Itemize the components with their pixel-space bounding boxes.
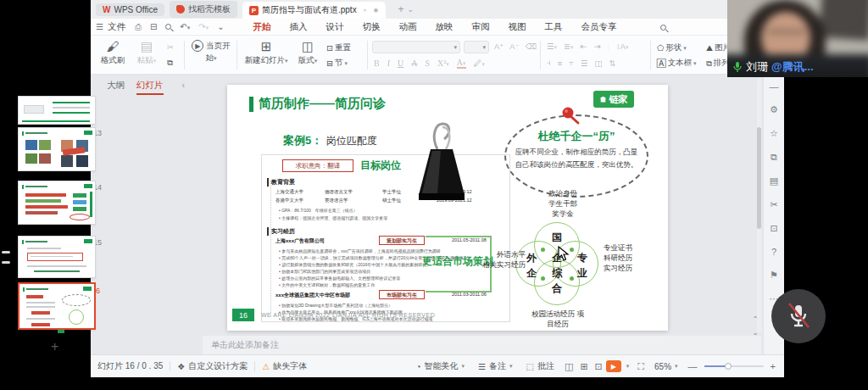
notes-pane[interactable]: 单击此处添加备注 [203, 336, 761, 354]
textbox-button[interactable]: 🄰文本框▾ [657, 58, 696, 69]
comments-button[interactable]: ⬚ 批注 [520, 360, 561, 372]
zoom-slider[interactable] [704, 365, 764, 367]
font-name-select[interactable]: ▾ [372, 41, 460, 53]
italic-button[interactable]: I [387, 58, 390, 68]
play-from-current-button[interactable]: ▶ 当页开始▾ [189, 38, 233, 64]
slide-sorter-icon[interactable]: ⊞ [580, 361, 587, 372]
reset-button[interactable]: ⊡重置 [326, 42, 351, 53]
ribbon-tab-tools[interactable]: 工具 [536, 19, 572, 36]
slideshow-play-button[interactable]: ▶ [606, 360, 621, 372]
smart-beautify-button[interactable]: ◔ 智能美化▾ [409, 360, 471, 372]
align-left-icon[interactable]: ⫞ [547, 58, 551, 68]
collapse-strip-icon[interactable]: — [770, 81, 779, 92]
collapse-panel-icon[interactable]: ‹ [182, 80, 186, 95]
tab-docer-template[interactable]: 找稻壳模板 [170, 1, 237, 18]
fit-slide-icon[interactable]: ⛶ [637, 361, 644, 372]
previous-slide-button[interactable]: ⌃ [749, 315, 761, 326]
zoom-in-button[interactable]: + [771, 361, 776, 371]
decrease-font-icon[interactable]: A⁻ [509, 42, 519, 51]
file-menu[interactable]: 文件 [108, 21, 125, 33]
tab-document[interactable]: P 简历指导与面试有道.pptx ▫ ∗ [242, 2, 386, 19]
slides-tab[interactable]: 幻灯片 [136, 80, 164, 95]
highlight-button[interactable]: 🖉▾ [474, 58, 486, 68]
settings-sliders-icon[interactable]: ⚙ [770, 104, 778, 115]
play-options-chevron-icon[interactable]: ▾ [626, 363, 630, 370]
bold-button[interactable]: B [374, 58, 380, 68]
normal-view-icon[interactable]: ◫ [565, 361, 573, 372]
ribbon-tab-member[interactable]: 会员专享 [572, 19, 626, 36]
font-size-select[interactable]: ▾ [464, 41, 489, 53]
help-icon[interactable]: ? [771, 247, 776, 257]
feedback-flag-icon[interactable]: ⚑ [770, 270, 778, 281]
slide-thumbnail-15[interactable] [18, 236, 96, 278]
favorites-star-icon[interactable]: ☆ [770, 128, 778, 139]
add-slide-button[interactable]: + [51, 339, 58, 354]
ribbon-tab-review[interactable]: 审阅 [463, 19, 499, 36]
format-painter-button[interactable]: 🖌 格式刷 [96, 38, 130, 66]
justify-icon[interactable]: ☰ [581, 58, 588, 68]
copy-button[interactable]: ⧉ [167, 58, 173, 68]
reading-view-icon[interactable]: ⊡ [595, 361, 603, 372]
outline-tab[interactable]: 大纲 [107, 80, 125, 95]
ribbon-tab-view[interactable]: 视图 [499, 19, 536, 36]
increase-font-icon[interactable]: A⁺ [494, 42, 504, 51]
notes-button[interactable]: ☰ 备注▾ [471, 360, 519, 372]
save-icon[interactable]: ⎙ [135, 22, 142, 32]
section-button[interactable]: ⊟节▾ [326, 58, 348, 69]
hamburger-icon[interactable]: ☰ [96, 22, 103, 31]
strikethrough-button[interactable]: A [411, 58, 417, 68]
columns-icon[interactable]: ◫ [595, 58, 603, 68]
zoom-slider-handle[interactable] [725, 363, 732, 370]
new-slide-button[interactable]: ⊞ 新建幻灯片▾ [242, 38, 291, 66]
undo-icon[interactable]: ↶▾ [180, 22, 190, 31]
image-edit-icon[interactable]: ▤ [770, 176, 778, 187]
print-icon[interactable]: ⊟ [150, 22, 157, 31]
wps-home-button[interactable]: W WPS Office [96, 3, 164, 16]
numbered-list-icon[interactable]: ≣▾ [564, 42, 573, 51]
cut-button[interactable]: ✂ [167, 42, 174, 52]
align-center-icon[interactable]: ≡ [558, 58, 563, 68]
canvas-scrollbar-thumb[interactable] [757, 127, 761, 229]
shadow-button[interactable]: S [425, 58, 430, 68]
design-scheme-button[interactable]: ❖ 自定义设计方案 [170, 360, 254, 372]
cut-tools-icon[interactable]: ✂ [770, 199, 777, 210]
bullet-list-icon[interactable]: ☰▾ [547, 42, 557, 51]
meeting-side-handle[interactable] [2, 261, 10, 264]
zoom-out-button[interactable]: — [688, 361, 698, 371]
font-color-button[interactable]: A▾ [457, 58, 466, 69]
ribbon-tab-insert[interactable]: 插入 [281, 19, 317, 36]
frame-icon[interactable]: ⊡ [770, 223, 777, 234]
paste-button[interactable]: ▤ 粘贴▾ [130, 38, 164, 66]
align-right-icon[interactable]: ⫟ [569, 58, 574, 68]
missing-font-warning[interactable]: ⚠ 缺失字体 [255, 360, 314, 372]
slide-canvas[interactable]: 简历制作——简历问诊 链家 案例5： 岗位匹配度 求职意向：翻译 目标岗位 教育… [227, 85, 668, 331]
underline-button[interactable]: U [398, 58, 403, 68]
print-preview-icon[interactable] [165, 22, 171, 31]
slide-thumbnail-12[interactable] [18, 96, 96, 125]
line-spacing-icon[interactable]: ↕A▾ [616, 42, 629, 51]
clear-format-icon[interactable]: ⌫ [526, 42, 537, 51]
superscript-button[interactable]: X²▾ [437, 58, 449, 68]
ribbon-tab-home[interactable]: 开始 [244, 19, 281, 36]
share-icon[interactable]: ⧉ [771, 152, 777, 163]
outdent-icon[interactable]: ⇤ [581, 42, 587, 51]
redo-icon[interactable]: ↷▾ [198, 22, 209, 31]
slide-thumbnail-14[interactable] [18, 181, 96, 225]
shapes-button[interactable]: ⬠形状▾ [657, 42, 687, 53]
slide-thumbnail-13[interactable] [18, 127, 96, 171]
ribbon-tab-transition[interactable]: 切换 [353, 19, 390, 36]
quickbar-chevron-icon[interactable]: ⌄ [217, 22, 224, 31]
ribbon-tab-animation[interactable]: 动画 [390, 19, 426, 36]
participant-video[interactable]: 刘珊 @腾讯... [727, 0, 868, 77]
ribbon-tab-slideshow[interactable]: 放映 [426, 19, 463, 36]
indent-icon[interactable]: ⇥ [594, 42, 601, 51]
tab-list-chevron-icon[interactable]: ⌄ [407, 5, 414, 14]
microphone-muted-button[interactable] [771, 289, 826, 343]
ribbon-tab-design[interactable]: 设计 [317, 19, 353, 36]
slide-thumbnail-16[interactable] [18, 282, 96, 330]
ribbon-search-icon[interactable] [660, 22, 666, 32]
text-direction-icon[interactable]: ⇅ [609, 58, 616, 68]
zoom-level[interactable]: 65%▾ [648, 362, 685, 371]
layout-button[interactable]: ◫ 版式▾ [292, 38, 323, 66]
new-tab-button[interactable]: + [398, 3, 403, 15]
